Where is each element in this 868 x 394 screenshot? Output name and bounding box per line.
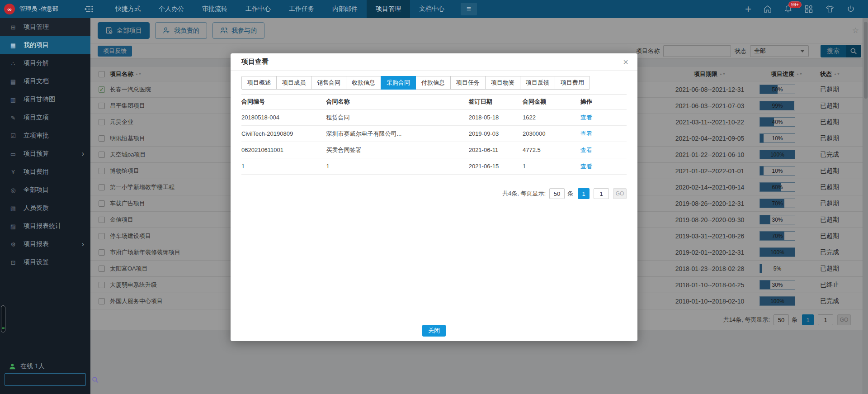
notification-badge: 99+ [788,1,802,8]
contract-action-cell: 查看 [580,114,627,122]
home-icon[interactable] [763,5,772,14]
modal-tab[interactable]: 销售合同 [311,76,346,90]
contract-name: 买卖合同签署 [326,146,468,154]
nav-tab[interactable]: 审批流转 [193,0,236,18]
main-menu: 快捷方式个人办公审批流转工作中心工作任务内部邮件项目管理文档中心 [106,0,453,18]
my-projects-icon: ▦ [9,42,17,49]
pencil-icon: ✎ [9,114,17,121]
contract-sign-date: 2021-06-11 [469,147,523,153]
contract-amount: 4772.5 [523,147,580,153]
page-size-input[interactable] [549,188,565,199]
sidebar-item-label: 我的项目 [24,41,84,49]
sidebar-item[interactable]: ¥项目费用 [0,163,90,181]
sidebar-drag-handle[interactable] [1,305,5,332]
sidebar-item[interactable]: ◎全部项目 [0,181,90,199]
contract-no: 20180518-004 [241,114,326,121]
online-label: 在线 1人 [20,362,45,370]
sidebar-search [5,373,86,386]
close-icon[interactable]: × [623,57,628,66]
sidebar-item[interactable]: ▧人员资质 [0,199,90,217]
contract-amount: 1622 [523,114,580,121]
contract-table: 合同编号 合同名称 签订日期 合同金额 操作 20180518-004租赁合同2… [241,94,627,175]
modal-tab[interactable]: 项目费用 [555,76,590,90]
app-logo: ∞ [4,4,15,14]
contract-no: CivilTech-20190809 [241,130,326,137]
modal-title: 项目查看 [241,57,269,66]
chevron-right-icon: › [82,150,84,158]
contract-sign-date: 2021-06-15 [469,163,523,170]
nav-tab[interactable]: 文档中心 [410,0,453,18]
modal-tab[interactable]: 项目反馈 [520,76,555,90]
nav-tab[interactable]: 工作中心 [236,0,280,18]
breakdown-icon: ∴ [9,60,17,67]
page-button[interactable]: 1 [578,188,590,199]
sidebar-item[interactable]: ✎项目立项 [0,109,90,127]
sidebar-item-label: 项目管理 [24,23,84,31]
modal-tab[interactable]: 项目成员 [276,76,311,90]
contract-table-header: 合同编号 合同名称 签订日期 合同金额 操作 [241,94,627,109]
nav-tab[interactable]: 工作任务 [280,0,323,18]
sidebar-item[interactable]: ▭项目预算› [0,145,90,163]
contract-name-header: 合同名称 [326,98,468,106]
modal-pagination: 共4条, 每页显示: 条 1 GO [241,188,627,199]
view-link[interactable]: 查看 [580,163,592,170]
apps-grid-icon[interactable] [804,5,813,14]
view-link[interactable]: 查看 [580,130,592,137]
sidebar-item[interactable]: ▦我的项目 [0,36,90,54]
sidebar-item-label: 项目费用 [24,168,84,176]
modal-tab[interactable]: 收款信息 [346,76,381,90]
modal-tab-label: 项目任务 [456,79,480,86]
go-button[interactable]: GO [613,188,627,199]
power-icon[interactable] [846,5,855,14]
report-stats-icon: ▨ [9,223,17,230]
sidebar-item[interactable]: ▤项目文档 [0,72,90,90]
navbar-actions: + 99+ [745,5,868,14]
modal-tab-label: 项目物资 [491,79,514,86]
contract-no: 0620210611001 [241,147,326,153]
contract-row: CivilTech-20190809深圳市赛威尔电子有限公司...2019-09… [241,126,627,142]
menu-overflow-icon[interactable]: ≡ [461,3,477,15]
theme-shirt-icon[interactable] [825,5,835,14]
search-icon[interactable] [92,376,99,383]
modal-tab[interactable]: 付款信息 [415,76,451,90]
modal-tab[interactable]: 采购合同 [381,76,416,90]
sidebar-item[interactable]: ⊡项目设置 [0,253,90,271]
contract-no: 1 [241,163,326,170]
handle-grip-icon [2,326,5,330]
sidebar-item[interactable]: ☑立项审批 [0,127,90,145]
modal-tab-label: 付款信息 [421,79,445,86]
page-jump-input[interactable] [594,188,609,199]
contract-row: 112021-06-151查看 [241,158,627,175]
nav-tab-label: 审批流转 [202,5,227,13]
contract-name: 租赁合同 [326,114,468,122]
sidebar-item-label: 项目立项 [24,114,84,122]
sidebar-item-label: 项目设置 [24,258,84,266]
modal-tab[interactable]: 项目物资 [485,76,520,90]
collapse-menu-icon[interactable] [85,5,94,13]
plus-icon[interactable]: + [745,5,751,14]
contract-action-cell: 查看 [580,162,627,171]
nav-tab[interactable]: 快捷方式 [106,0,150,18]
contract-no-header: 合同编号 [241,98,326,106]
close-button[interactable]: 关闭 [422,325,446,337]
view-link[interactable]: 查看 [580,114,592,121]
view-link[interactable]: 查看 [580,147,592,153]
bell-icon[interactable]: 99+ [784,5,793,14]
modal-tab[interactable]: 项目任务 [450,76,486,90]
contract-name: 1 [326,163,468,170]
modal-tab-label: 项目概述 [247,79,271,86]
nav-tab[interactable]: 内部邮件 [323,0,367,18]
sidebar-item[interactable]: ⚙项目报表› [0,235,90,253]
sidebar-item[interactable]: ▨项目报表统计 [0,217,90,235]
sidebar-search-input[interactable] [5,376,92,383]
sidebar-item[interactable]: ∴项目分解 [0,54,90,72]
sidebar-item-label: 项目预算 [24,150,82,158]
sidebar-item[interactable]: ⊞项目管理 [0,18,90,36]
nav-tab[interactable]: 项目管理 [367,0,410,18]
sidebar-item[interactable]: ▥项目甘特图 [0,90,90,109]
nav-tab[interactable]: 个人办公 [150,0,193,18]
sidebar-item-label: 项目甘特图 [24,95,84,104]
nav-tab-label: 快捷方式 [115,5,141,13]
online-status: 在线 1人 [9,362,45,370]
modal-tab[interactable]: 项目概述 [241,76,277,90]
